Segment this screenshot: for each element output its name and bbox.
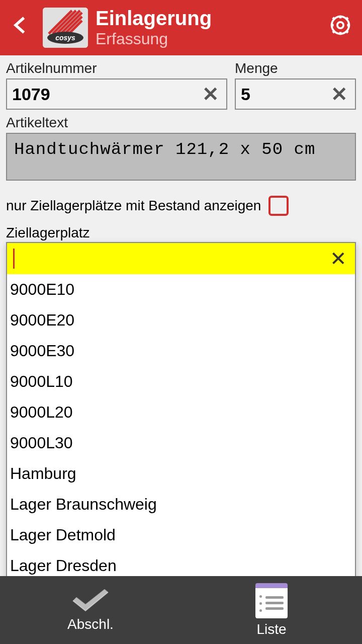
menge-input[interactable]: 5 ✕ [235, 78, 356, 110]
title-block: Einlagerung Erfassung [96, 7, 321, 48]
page-title: Einlagerung [96, 7, 321, 30]
artikeltext-label: Artikeltext [6, 115, 356, 131]
abschl-label: Abschl. [67, 616, 114, 632]
checkmark-icon [70, 588, 111, 613]
ziellagerplatz-clear-icon[interactable]: ✕ [328, 247, 349, 270]
ziellagerplatz-option[interactable]: 9000E20 [7, 305, 355, 336]
svg-text:cosys: cosys [55, 34, 75, 42]
ziellagerplatz-label: Ziellagerplatz [6, 225, 356, 241]
ziellagerplatz-option[interactable]: 9000E10 [7, 274, 355, 305]
liste-button[interactable]: Liste [181, 576, 362, 644]
menge-value: 5 [241, 85, 329, 104]
menge-label: Menge [235, 60, 356, 76]
menge-clear-icon[interactable]: ✕ [329, 83, 350, 106]
artikelnummer-label: Artikelnummer [6, 60, 227, 76]
artikelnummer-clear-icon[interactable]: ✕ [200, 83, 221, 106]
svg-point-10 [332, 17, 349, 34]
ziellagerplatz-option[interactable]: Lager Braunschweig [7, 489, 355, 520]
ziellagerplatz-option[interactable]: Lager Detmold [7, 520, 355, 550]
svg-point-9 [337, 22, 343, 28]
stock-filter-label: nur Ziellagerplätze mit Bestand anzeigen [6, 198, 261, 214]
back-arrow-icon[interactable] [10, 14, 35, 42]
settings-gear-icon[interactable] [329, 14, 352, 42]
ziellagerplatz-option[interactable]: 9000L20 [7, 397, 355, 428]
abschl-button[interactable]: Abschl. [0, 576, 181, 644]
app-header: cosys Einlagerung Erfassung [0, 0, 362, 55]
stock-filter-checkbox[interactable] [268, 196, 289, 216]
artikelnummer-input[interactable]: 1079 ✕ [6, 78, 227, 110]
app-logo: cosys [43, 8, 88, 48]
ziellagerplatz-option[interactable]: 9000L10 [7, 366, 355, 397]
bottom-toolbar: Abschl. Liste [0, 576, 362, 644]
text-cursor [13, 249, 15, 269]
ziellagerplatz-option[interactable]: 9000E30 [7, 336, 355, 366]
liste-label: Liste [256, 621, 286, 637]
ziellagerplatz-option[interactable]: Hamburg [7, 458, 355, 489]
list-icon [255, 583, 288, 618]
artikelnummer-value: 1079 [12, 85, 200, 104]
artikeltext-box: Handtuchwärmer 121,2 x 50 cm [6, 133, 356, 181]
page-subtitle: Erfassung [96, 30, 321, 48]
ziellagerplatz-input[interactable]: ✕ [7, 243, 355, 274]
ziellagerplatz-options-list: 9000E109000E209000E309000L109000L209000L… [7, 274, 355, 581]
artikeltext-value: Handtuchwärmer 121,2 x 50 cm [14, 140, 315, 159]
ziellagerplatz-dropdown: ✕ 9000E109000E209000E309000L109000L20900… [6, 242, 356, 582]
ziellagerplatz-option[interactable]: 9000L30 [7, 428, 355, 458]
